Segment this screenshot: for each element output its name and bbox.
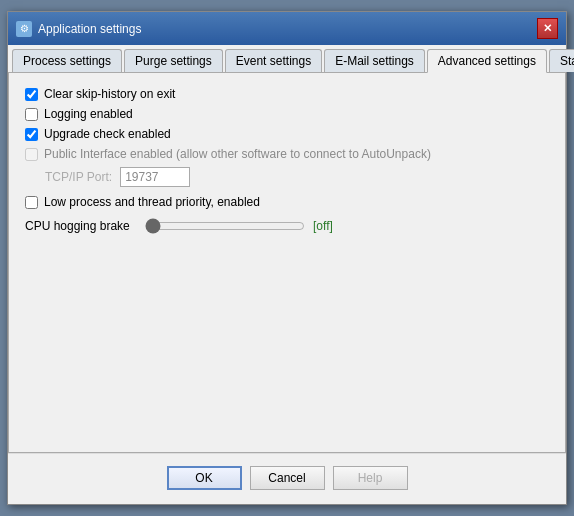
logging-enabled-row: Logging enabled: [25, 107, 549, 121]
logging-enabled-label: Logging enabled: [44, 107, 133, 121]
upgrade-check-label: Upgrade check enabled: [44, 127, 171, 141]
low-priority-label: Low process and thread priority, enabled: [44, 195, 260, 209]
app-icon: ⚙: [16, 21, 32, 37]
public-interface-label: Public Interface enabled (allow other so…: [44, 147, 431, 161]
public-interface-row: Public Interface enabled (allow other so…: [25, 147, 549, 161]
window-title: Application settings: [38, 22, 141, 36]
tab-event-settings[interactable]: Event settings: [225, 49, 322, 72]
slider-container: [off]: [145, 219, 333, 233]
cpu-hogging-slider[interactable]: [145, 219, 305, 233]
low-priority-row: Low process and thread priority, enabled: [25, 195, 549, 209]
cancel-button[interactable]: Cancel: [250, 466, 325, 490]
logging-enabled-checkbox[interactable]: [25, 108, 38, 121]
button-bar: OK Cancel Help: [8, 453, 566, 504]
tab-purge-settings[interactable]: Purge settings: [124, 49, 223, 72]
clear-skip-history-checkbox[interactable]: [25, 88, 38, 101]
content-area: Clear skip-history on exit Logging enabl…: [8, 73, 566, 453]
close-button[interactable]: ✕: [537, 18, 558, 39]
upgrade-check-checkbox[interactable]: [25, 128, 38, 141]
cpu-hogging-label: CPU hogging brake: [25, 219, 135, 233]
clear-skip-history-label: Clear skip-history on exit: [44, 87, 175, 101]
tab-statistics[interactable]: Statistics: [549, 49, 574, 72]
tcp-port-input[interactable]: [120, 167, 190, 187]
cpu-hogging-slider-row: CPU hogging brake [off]: [25, 219, 549, 233]
tab-advanced-settings[interactable]: Advanced settings: [427, 49, 547, 73]
title-bar-title: ⚙ Application settings: [16, 21, 141, 37]
application-settings-window: ⚙ Application settings ✕ Process setting…: [7, 11, 567, 505]
tab-bar: Process settings Purge settings Event se…: [8, 45, 566, 73]
low-priority-checkbox[interactable]: [25, 196, 38, 209]
cpu-hogging-value: [off]: [313, 219, 333, 233]
clear-skip-history-row: Clear skip-history on exit: [25, 87, 549, 101]
public-interface-checkbox[interactable]: [25, 148, 38, 161]
help-button[interactable]: Help: [333, 466, 408, 490]
title-bar: ⚙ Application settings ✕: [8, 12, 566, 45]
tab-email-settings[interactable]: E-Mail settings: [324, 49, 425, 72]
tab-process-settings[interactable]: Process settings: [12, 49, 122, 72]
tcp-port-label: TCP/IP Port:: [45, 170, 112, 184]
upgrade-check-row: Upgrade check enabled: [25, 127, 549, 141]
ok-button[interactable]: OK: [167, 466, 242, 490]
tcp-port-row: TCP/IP Port:: [45, 167, 549, 187]
